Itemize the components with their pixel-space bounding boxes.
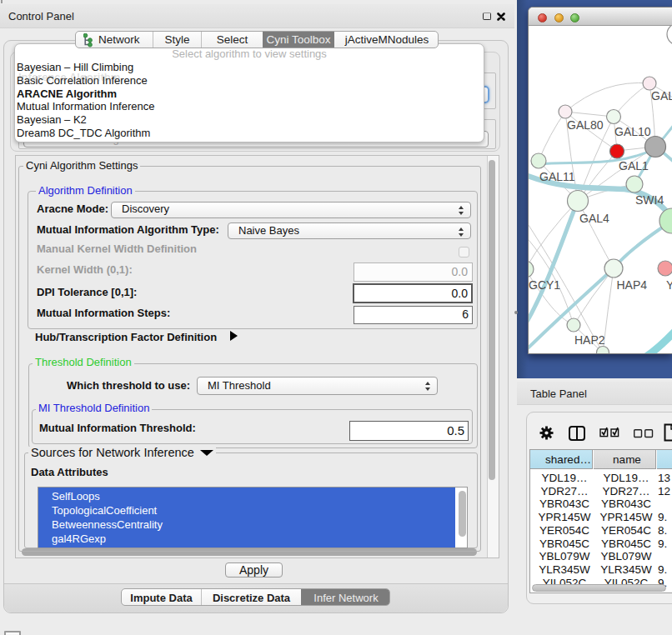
svg-text:GAL: GAL xyxy=(651,89,672,102)
svg-text:GCY1: GCY1 xyxy=(529,278,560,292)
svg-text:GAL11: GAL11 xyxy=(539,170,575,183)
svg-text:SWI4: SWI4 xyxy=(635,193,664,207)
svg-text:GAL1: GAL1 xyxy=(619,159,649,172)
svg-text:GAL10: GAL10 xyxy=(614,125,651,138)
svg-text:Y: Y xyxy=(666,278,672,292)
svg-text:GAL4: GAL4 xyxy=(579,212,609,225)
svg-text:HAP2: HAP2 xyxy=(574,333,605,347)
svg-text:HAP4: HAP4 xyxy=(617,278,648,292)
svg-text:GAL80: GAL80 xyxy=(567,118,604,132)
